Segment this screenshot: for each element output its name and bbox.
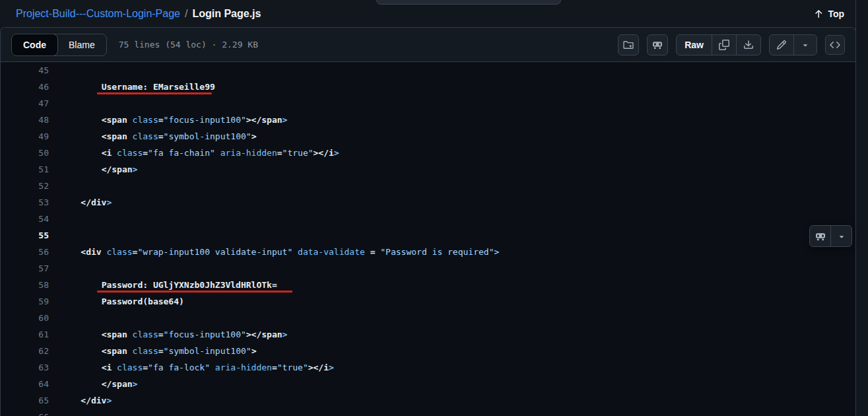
- line-number[interactable]: 66: [1, 412, 49, 416]
- code-line: 53 </div>: [1, 194, 855, 211]
- code-text: </span>: [49, 164, 137, 174]
- copy-button[interactable]: [712, 35, 736, 55]
- download-button[interactable]: [736, 35, 760, 55]
- code-line: 58 Password: UGljYXNzb0JhZ3VldHRlOTk=: [1, 277, 855, 293]
- code-text: <span class="focus-input100"></span>: [49, 329, 287, 339]
- code-symbols-icon: [830, 40, 840, 50]
- code-line: 65 </div>: [1, 392, 855, 409]
- line-number[interactable]: 61: [1, 329, 49, 339]
- code-line: 64 </span>: [1, 376, 855, 392]
- red-underline-annotation: [97, 92, 212, 94]
- code-text: </div>: [49, 396, 112, 405]
- code-line: 54: [1, 211, 855, 227]
- code-text: <span class="symbol-input100">: [49, 131, 256, 141]
- inline-copilot-button-group: [809, 225, 852, 247]
- code-line: 63 <i class="fa fa-lock" aria-hidden="tr…: [1, 359, 855, 376]
- panel-right-border: [855, 0, 856, 416]
- red-underline-annotation: [97, 291, 292, 293]
- line-number[interactable]: 55: [1, 230, 49, 240]
- file-toolbar: Code Blame 75 lines (54 loc) · 2.29 KB: [1, 28, 855, 62]
- code-line: 48 <span class="focus-input100"></span>: [1, 112, 855, 128]
- line-number[interactable]: 58: [1, 280, 49, 290]
- line-number[interactable]: 63: [1, 363, 49, 372]
- ask-copilot-button[interactable]: [810, 226, 830, 246]
- code-line: 47: [1, 95, 855, 112]
- line-number[interactable]: 56: [1, 247, 49, 257]
- breadcrumb-file-name: Login Page.js: [192, 8, 261, 20]
- file-content-panel: Code Blame 75 lines (54 loc) · 2.29 KB: [0, 27, 856, 416]
- file-actions: Raw: [618, 34, 845, 55]
- symbols-panel-button[interactable]: [825, 35, 845, 55]
- line-number[interactable]: 49: [1, 131, 49, 141]
- line-number[interactable]: 51: [1, 164, 49, 174]
- code-text: Password: UGljYXNzb0JhZ3VldHRlOTk=: [49, 280, 277, 290]
- folder-sparkle-icon: [623, 40, 634, 50]
- copilot-icon: [815, 231, 826, 242]
- open-workspace-button[interactable]: [618, 34, 639, 55]
- code-text: Password(base64): [49, 296, 184, 306]
- tab-blame[interactable]: Blame: [57, 34, 106, 56]
- copilot-options-dropdown[interactable]: [830, 226, 851, 246]
- line-number[interactable]: 45: [1, 65, 49, 75]
- arrow-up-icon: [813, 9, 824, 19]
- copilot-button[interactable]: [647, 34, 668, 55]
- line-number[interactable]: 48: [1, 115, 49, 125]
- line-number[interactable]: 50: [1, 148, 49, 158]
- line-number[interactable]: 62: [1, 346, 49, 356]
- line-number[interactable]: 65: [1, 396, 49, 405]
- caret-down-icon: [837, 232, 846, 241]
- code-line: 52: [1, 178, 855, 194]
- code-text: Username: EMarseille99: [49, 82, 215, 92]
- raw-button[interactable]: Raw: [677, 35, 712, 55]
- page-header: Project-Build---Custom-Login-Page / Logi…: [0, 0, 868, 27]
- code-text: <span class="focus-input100"></span>: [49, 115, 287, 125]
- line-number[interactable]: 53: [1, 197, 49, 207]
- line-number[interactable]: 64: [1, 379, 49, 389]
- download-icon: [743, 40, 754, 50]
- line-number[interactable]: 46: [1, 82, 49, 92]
- line-number[interactable]: 54: [1, 214, 49, 224]
- edit-button[interactable]: [770, 35, 793, 55]
- code-line: 59 Password(base64): [1, 293, 855, 310]
- code-line: 50 <i class="fa fa-chain" aria-hidden="t…: [1, 145, 855, 161]
- code-line: 57: [1, 260, 855, 277]
- line-number[interactable]: 57: [1, 263, 49, 273]
- tab-code[interactable]: Code: [11, 34, 58, 56]
- code-text: <i class="fa fa-lock" aria-hidden="true"…: [49, 363, 334, 372]
- code-line: 55: [1, 227, 855, 244]
- code-line: 49 <span class="symbol-input100">: [1, 128, 855, 145]
- raw-copy-download-group: Raw: [676, 34, 761, 55]
- search-bar[interactable]: [376, 0, 561, 5]
- breadcrumb: Project-Build---Custom-Login-Page / Logi…: [16, 8, 261, 20]
- code-text: <span class="symbol-input100">: [49, 346, 256, 356]
- code-line: 46 Username: EMarseille99: [1, 79, 855, 95]
- edit-options-dropdown[interactable]: [793, 35, 817, 55]
- breadcrumb-repo-link[interactable]: Project-Build---Custom-Login-Page: [16, 8, 180, 20]
- pencil-icon: [776, 40, 787, 50]
- line-number[interactable]: 52: [1, 181, 49, 191]
- code-blame-toggle: Code Blame: [11, 34, 107, 56]
- code-text: </div>: [49, 197, 112, 207]
- back-to-top-button[interactable]: Top: [813, 9, 844, 19]
- code-text: </span>: [49, 379, 137, 389]
- code-view: 4546 Username: EMarseille994748 <span cl…: [1, 62, 855, 416]
- back-to-top-label: Top: [828, 9, 844, 19]
- code-line: 61 <span class="focus-input100"></span>: [1, 326, 855, 343]
- caret-down-icon: [801, 40, 810, 50]
- line-number[interactable]: 59: [1, 296, 49, 306]
- code-line: 66: [1, 409, 855, 416]
- code-line: 56 <div class="wrap-input100 validate-in…: [1, 244, 855, 260]
- line-number[interactable]: 47: [1, 98, 49, 108]
- line-number[interactable]: 60: [1, 313, 49, 323]
- copilot-icon: [652, 40, 663, 50]
- code-line: 62 <span class="symbol-input100">: [1, 343, 855, 359]
- code-line: 51 </span>: [1, 161, 855, 178]
- code-line: 60: [1, 310, 855, 326]
- code-text: <i class="fa fa-chain" aria-hidden="true…: [49, 148, 339, 158]
- code-text: <div class="wrap-input100 validate-input…: [49, 247, 499, 257]
- copy-icon: [719, 40, 729, 50]
- breadcrumb-separator: /: [180, 8, 192, 20]
- edit-button-group: [769, 34, 817, 55]
- code-line: 45: [1, 62, 855, 79]
- file-info: 75 lines (54 loc) · 2.29 KB: [119, 40, 258, 50]
